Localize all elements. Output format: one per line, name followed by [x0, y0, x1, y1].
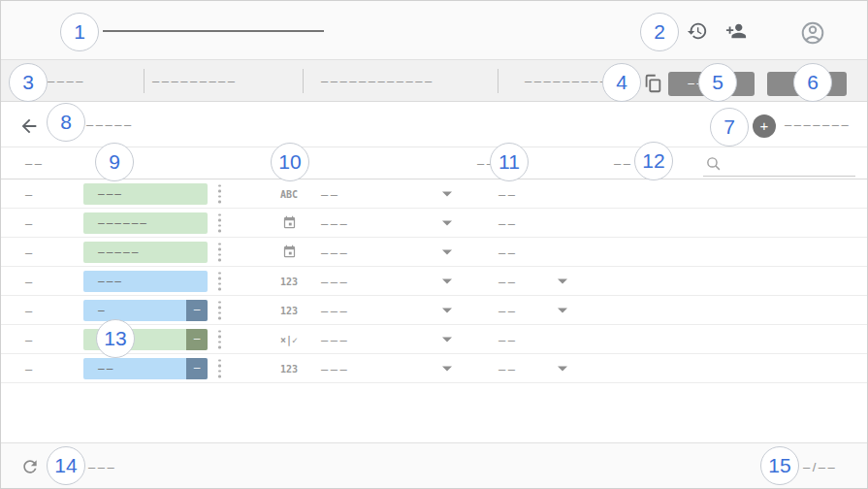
field-chip[interactable]: –– –	[83, 358, 208, 379]
callout-7: 7	[710, 108, 749, 147]
field-chip[interactable]: – –	[83, 300, 208, 321]
type-select-label[interactable]: –––	[321, 332, 349, 346]
chevron-down-icon[interactable]	[442, 220, 452, 225]
type-select-label[interactable]: –––	[321, 244, 349, 259]
kebab-menu-icon[interactable]	[218, 359, 221, 377]
chevron-down-icon[interactable]	[442, 191, 452, 196]
calendar-icon[interactable]	[275, 244, 303, 260]
type-select-label[interactable]: –––	[321, 361, 349, 375]
field-chip-label: –––––	[98, 245, 140, 259]
table-row: – ––– ABC –– ––	[1, 179, 867, 209]
top-app-bar	[1, 1, 867, 60]
field-chip-badge[interactable]: –	[186, 300, 208, 321]
callout-5: 5	[698, 63, 737, 102]
callout-12: 12	[634, 142, 673, 180]
callout-11: 11	[490, 143, 529, 181]
add-person-icon[interactable]	[725, 20, 747, 42]
callout-3: 3	[9, 63, 48, 102]
title-placeholder[interactable]	[103, 30, 324, 32]
callout-9: 9	[95, 143, 134, 181]
table-row: – ––– 123 ––– ––	[1, 267, 867, 296]
aggregation-label[interactable]: ––	[498, 215, 517, 230]
field-chip[interactable]: –––––	[83, 242, 208, 263]
field-chip-badge[interactable]: –	[186, 358, 208, 379]
chevron-down-icon[interactable]	[442, 308, 452, 312]
chevron-down-icon[interactable]	[442, 366, 452, 371]
boolean-type-icon[interactable]: ×|✓	[275, 334, 303, 344]
search-input[interactable]	[703, 150, 855, 177]
kebab-menu-icon[interactable]	[218, 184, 221, 203]
kebab-menu-icon[interactable]	[218, 213, 221, 232]
aggregation-label[interactable]: ––	[498, 186, 517, 201]
tab-item-1[interactable]: ––––	[48, 74, 85, 88]
field-chip-badge[interactable]: –	[186, 329, 208, 350]
number-type-icon[interactable]: 123	[275, 363, 303, 374]
field-chip-label: ––––––	[98, 216, 148, 230]
callout-15: 15	[760, 446, 799, 485]
callout-2: 2	[640, 13, 679, 51]
table-row: – –– – 123 ––– ––	[1, 354, 867, 383]
aggregation-label[interactable]: ––	[498, 274, 517, 288]
chevron-down-icon[interactable]	[558, 366, 567, 371]
copy-icon[interactable]	[642, 73, 663, 94]
field-chip-label: –––	[98, 187, 123, 201]
calendar-icon[interactable]	[275, 214, 303, 231]
chevron-down-icon[interactable]	[442, 278, 452, 283]
text-type-icon[interactable]: ABC	[275, 188, 303, 199]
field-chip-label: –	[98, 304, 107, 317]
tab-divider	[303, 69, 304, 93]
tab-divider	[144, 69, 145, 93]
aggregation-label[interactable]: ––	[498, 303, 517, 317]
callout-14: 14	[47, 446, 85, 485]
field-chip-label: –––	[98, 275, 123, 288]
row-index: –	[25, 274, 35, 288]
footer-status-label: –––	[88, 460, 116, 474]
back-arrow-icon[interactable]	[18, 115, 40, 137]
tabs-bar: –––– ––––––––– –––––––––––– ––––––––– ––…	[1, 60, 867, 102]
callout-13: 13	[96, 319, 135, 358]
field-chip[interactable]: –––	[83, 271, 208, 292]
table-row: – ––––– ––– ––	[1, 238, 867, 267]
tab-item-4[interactable]: –––––––––	[525, 74, 610, 88]
callout-8: 8	[47, 103, 85, 142]
account-circle-icon[interactable]	[800, 20, 821, 42]
row-index: –	[25, 244, 35, 259]
aggregation-label[interactable]: ––	[498, 244, 517, 259]
history-icon[interactable]	[687, 20, 708, 42]
chevron-down-icon[interactable]	[558, 278, 567, 283]
callout-10: 10	[271, 143, 309, 181]
add-field-label[interactable]: –––––––	[785, 117, 851, 132]
tab-item-2[interactable]: –––––––––	[152, 74, 238, 88]
type-select-label[interactable]: –––	[321, 274, 349, 288]
chevron-down-icon[interactable]	[442, 337, 452, 342]
header-filter-2[interactable]: ––	[614, 156, 632, 171]
field-chip[interactable]: ––––––	[83, 212, 208, 234]
field-table: – ––– ABC –– –– – –––––– ––– –– –	[1, 179, 867, 383]
aggregation-label[interactable]: ––	[498, 361, 517, 375]
chevron-down-icon[interactable]	[558, 308, 567, 312]
add-field-button[interactable]: +	[753, 114, 776, 138]
kebab-menu-icon[interactable]	[218, 330, 221, 348]
row-index: –	[25, 215, 35, 230]
table-row: – – – 123 ––– ––	[1, 296, 867, 325]
row-index: –	[25, 332, 35, 346]
source-name-placeholder[interactable]: –––––	[86, 117, 134, 132]
aggregation-label[interactable]: ––	[498, 332, 517, 346]
kebab-menu-icon[interactable]	[218, 272, 221, 290]
kebab-menu-icon[interactable]	[218, 301, 221, 319]
kebab-menu-icon[interactable]	[218, 243, 221, 261]
type-select-label[interactable]: ––	[321, 186, 339, 201]
refresh-icon[interactable]	[20, 457, 40, 476]
type-select-label[interactable]: –––	[321, 215, 349, 230]
chevron-down-icon[interactable]	[442, 249, 452, 254]
type-select-label[interactable]: –––	[321, 303, 349, 317]
tab-item-3[interactable]: ––––––––––––	[321, 74, 434, 88]
empty-area	[1, 383, 867, 442]
row-index: –	[25, 186, 35, 201]
field-chip[interactable]: –––	[83, 183, 208, 205]
number-type-icon[interactable]: 123	[275, 276, 303, 286]
number-type-icon[interactable]: 123	[275, 305, 303, 315]
field-count-label: ––	[25, 156, 44, 171]
callout-6: 6	[793, 63, 832, 102]
app-window: –––– ––––––––– –––––––––––– ––––––––– ––…	[0, 0, 868, 489]
